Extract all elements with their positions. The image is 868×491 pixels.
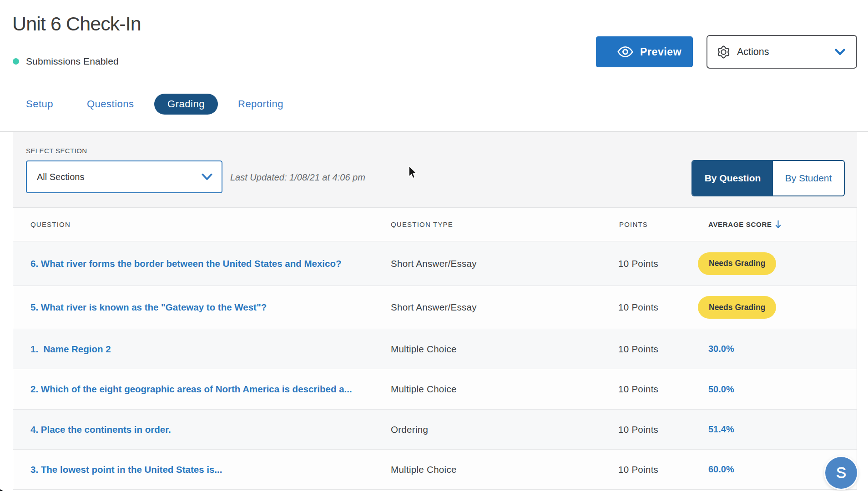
sort-descending-icon	[775, 220, 782, 229]
table-row: 2. Which of the eight geographic areas o…	[13, 369, 857, 409]
gear-icon	[717, 45, 730, 59]
column-question-type: QUESTION TYPE	[391, 220, 453, 228]
question-link[interactable]: 1. Name Region 2	[30, 344, 111, 355]
needs-grading-badge: Needs Grading	[698, 252, 776, 275]
column-points: POINTS	[619, 220, 648, 228]
chevron-down-icon	[202, 173, 212, 180]
question-type-cell: Short Answer/Essay	[391, 302, 477, 313]
question-link[interactable]: 2. Which of the eight geographic areas o…	[30, 384, 352, 395]
table-row: 3. The lowest point in the United States…	[13, 449, 857, 489]
questions-table: QUESTION QUESTION TYPE POINTS AVERAGE SC…	[13, 207, 857, 490]
points-cell: 10 Points	[618, 384, 658, 395]
question-link[interactable]: 5. What river is known as the "Gateway t…	[30, 302, 267, 313]
average-score-cell: 30.0%	[708, 344, 734, 354]
points-cell: 10 Points	[618, 302, 658, 313]
table-row: 1. Name Region 2Multiple Choice10 Points…	[13, 329, 857, 369]
column-average-score-label: AVERAGE SCORE	[708, 220, 772, 228]
question-type-cell: Short Answer/Essay	[391, 258, 477, 269]
view-toggle: By Question By Student	[691, 160, 845, 196]
page-title: Unit 6 Check-In	[12, 13, 141, 35]
actions-label: Actions	[737, 46, 769, 58]
user-avatar[interactable]: S	[825, 457, 857, 489]
tab-questions[interactable]: Questions	[87, 94, 134, 115]
column-average-score[interactable]: AVERAGE SCORE	[708, 220, 782, 229]
table-row: 5. What river is known as the "Gateway t…	[13, 286, 857, 329]
status-label: Submissions Enabled	[26, 56, 119, 67]
tab-setup[interactable]: Setup	[26, 94, 53, 115]
average-score-cell: 51.4%	[708, 424, 734, 435]
select-section-label: SELECT SECTION	[26, 147, 87, 155]
needs-grading-badge: Needs Grading	[698, 296, 776, 319]
points-cell: 10 Points	[618, 258, 658, 269]
points-cell: 10 Points	[618, 464, 658, 475]
table-row: 4. Place the continents in order.Orderin…	[13, 409, 857, 449]
section-select[interactable]: All Sections	[26, 160, 222, 193]
chevron-down-icon	[835, 49, 845, 55]
table-header-row: QUESTION QUESTION TYPE POINTS AVERAGE SC…	[13, 208, 857, 241]
actions-button[interactable]: Actions	[707, 35, 857, 69]
question-link[interactable]: 4. Place the continents in order.	[30, 424, 171, 435]
avatar-initial: S	[836, 464, 846, 481]
column-question: QUESTION	[30, 220, 71, 228]
tab-reporting[interactable]: Reporting	[238, 94, 283, 115]
average-score-cell: 50.0%	[708, 384, 734, 395]
eye-icon	[617, 46, 633, 58]
status-dot-icon	[13, 58, 19, 65]
toggle-by-student[interactable]: By Student	[773, 161, 844, 195]
question-link[interactable]: 6. What river forms the border between t…	[30, 258, 341, 269]
question-type-cell: Multiple Choice	[391, 384, 457, 395]
average-score-cell: 60.0%	[708, 464, 734, 475]
question-type-cell: Multiple Choice	[391, 344, 457, 355]
section-select-value: All Sections	[37, 172, 85, 182]
question-link[interactable]: 3. The lowest point in the United States…	[30, 464, 222, 475]
preview-button[interactable]: Preview	[596, 36, 693, 67]
status-row: Submissions Enabled	[13, 56, 119, 67]
question-type-cell: Ordering	[391, 424, 428, 435]
tab-grading[interactable]: Grading	[154, 94, 218, 115]
tab-bar: Setup Questions Grading Reporting	[0, 94, 455, 115]
corner-cursor-fragment	[0, 487, 7, 491]
last-updated-text: Last Updated: 1/08/21 at 4:06 pm	[230, 161, 365, 194]
table-row: 6. What river forms the border between t…	[13, 241, 857, 286]
question-type-cell: Multiple Choice	[391, 464, 457, 475]
preview-label: Preview	[640, 46, 681, 58]
points-cell: 10 Points	[618, 424, 658, 435]
toggle-by-question[interactable]: By Question	[692, 161, 773, 195]
mouse-cursor-icon	[408, 165, 418, 180]
points-cell: 10 Points	[618, 344, 658, 355]
